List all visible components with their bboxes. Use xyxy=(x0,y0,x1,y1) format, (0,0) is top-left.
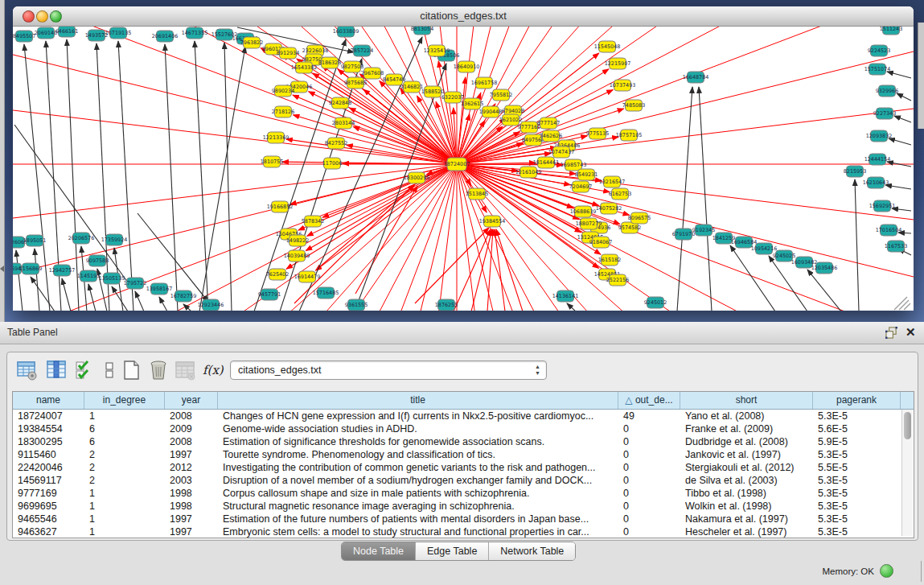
scrollbar-thumb[interactable] xyxy=(904,412,911,439)
table-cell[interactable]: 5.3E-5 xyxy=(813,513,901,525)
table-cell[interactable]: 1 xyxy=(84,410,165,422)
tab-edge-table[interactable]: Edge Table xyxy=(416,542,489,560)
table-cell[interactable]: Investigating the contribution of common… xyxy=(218,461,618,474)
table-row[interactable]: 1938455462009Genome-wide association stu… xyxy=(13,422,914,435)
table-cell[interactable]: Nakamura et al. (1997) xyxy=(680,513,813,525)
citation-edge-black[interactable] xyxy=(62,278,71,311)
new-table-icon[interactable] xyxy=(121,360,142,381)
table-cell[interactable]: 5.3E-5 xyxy=(813,448,901,461)
table-row[interactable]: 969969511998Structural magnetic resonanc… xyxy=(13,500,914,513)
citation-edge-red[interactable] xyxy=(457,164,827,311)
citation-edge-black[interactable] xyxy=(567,303,576,311)
table-cell[interactable]: 0 xyxy=(618,461,680,474)
table-cell[interactable]: Disruption of a novel member of a sodium… xyxy=(218,474,618,487)
table-cell[interactable]: 6 xyxy=(84,422,165,435)
table-row[interactable]: 1456911722003Disruption of a novel membe… xyxy=(13,474,914,487)
resize-grip[interactable] xyxy=(894,297,910,310)
table-cell[interactable]: 2008 xyxy=(165,410,218,422)
table-cell[interactable]: 2 xyxy=(84,474,165,487)
table-cell[interactable]: 14569117 xyxy=(13,474,84,487)
citation-edge-black[interactable] xyxy=(88,284,96,311)
table-cell[interactable]: 0 xyxy=(618,487,680,500)
table-cell[interactable]: 6 xyxy=(84,435,165,448)
citation-edge-red[interactable] xyxy=(457,164,914,290)
citation-edge-black[interactable] xyxy=(730,245,775,311)
citation-edge-black[interactable] xyxy=(159,297,167,311)
delete-table-icon[interactable] xyxy=(148,360,169,381)
table-cell[interactable]: 1 xyxy=(84,513,165,525)
table-cell[interactable]: 5.3E-5 xyxy=(813,500,901,513)
table-cell[interactable]: 1998 xyxy=(165,487,218,500)
citation-edge-red[interactable] xyxy=(331,164,457,311)
citation-edge-black[interactable] xyxy=(280,59,362,311)
citation-edge-black[interactable] xyxy=(254,39,346,311)
table-cell[interactable]: 1 xyxy=(84,487,165,500)
table-cell[interactable]: 49 xyxy=(618,410,680,422)
citation-edge-red[interactable] xyxy=(415,228,489,303)
table-cell[interactable]: 9699695 xyxy=(13,500,84,513)
network-graph[interactable]: 8495507206914064661611493572107191352069… xyxy=(13,27,914,311)
tab-node-table[interactable]: Node Table xyxy=(342,542,416,560)
table-cell[interactable]: 9777169 xyxy=(13,487,84,500)
table-cell[interactable]: 0 xyxy=(618,513,680,525)
tab-network-table[interactable]: Network Table xyxy=(489,542,575,560)
table-cell[interactable]: 0 xyxy=(618,525,680,538)
citation-edge-black[interactable] xyxy=(118,41,133,311)
table-cell[interactable]: Tourette syndrome. Phenomenology and cla… xyxy=(218,448,618,461)
table-cell[interactable]: 0 xyxy=(618,448,680,461)
citation-edge-black[interactable] xyxy=(135,291,144,311)
table-cell[interactable]: 1997 xyxy=(165,525,218,538)
column-header-in_degree[interactable]: in_degree xyxy=(84,392,165,409)
citation-edge-red[interactable] xyxy=(13,164,457,290)
citation-edge-black[interactable] xyxy=(855,179,859,311)
citation-edge-black[interactable] xyxy=(699,87,712,311)
table-cell[interactable]: Yano et al. (2008) xyxy=(680,410,813,422)
table-cell[interactable]: 1 xyxy=(84,500,165,513)
citation-edge-black[interactable] xyxy=(807,270,841,311)
row-height-icon[interactable] xyxy=(99,360,120,381)
collapse-arrow-icon[interactable] xyxy=(0,266,4,272)
citation-edge-red[interactable] xyxy=(457,38,914,164)
column-header-title[interactable]: title xyxy=(218,392,618,409)
table-cell[interactable]: de Silva et al. (2003) xyxy=(680,474,813,487)
table-selector-dropdown[interactable]: citations_edges.txt ▲▼ xyxy=(230,360,547,380)
citation-edge-red[interactable] xyxy=(307,164,457,236)
table-cell[interactable]: Franke et al. (2009) xyxy=(680,422,813,435)
citation-edge-red[interactable] xyxy=(457,164,583,311)
table-cell[interactable]: Corpus callosum shape and size in male p… xyxy=(218,487,618,500)
table-row[interactable]: 977716911998Corpus callosum shape and si… xyxy=(13,487,914,500)
network-window-titlebar[interactable]: citations_edges.txt xyxy=(13,6,914,27)
citation-edge-black[interactable] xyxy=(224,43,232,311)
table-cell[interactable]: 9115460 xyxy=(13,448,84,461)
table-cell[interactable]: 9465546 xyxy=(13,513,84,525)
table-cell[interactable]: Tibbo et al. (1998) xyxy=(680,487,813,500)
citation-edge-black[interactable] xyxy=(887,72,911,78)
column-header-name[interactable]: name xyxy=(13,392,84,409)
table-row[interactable]: 946362711997Embryonic stem cells: a mode… xyxy=(13,525,914,538)
table-cell[interactable]: 5.3E-5 xyxy=(813,487,901,500)
table-cell[interactable]: 2008 xyxy=(165,435,218,448)
table-cell[interactable]: 1998 xyxy=(165,500,218,513)
column-header-year[interactable]: year xyxy=(165,392,218,409)
table-cell[interactable]: 2012 xyxy=(165,461,218,474)
citation-edge-red[interactable] xyxy=(13,27,457,164)
citation-edge-red[interactable] xyxy=(315,164,457,270)
table-cell[interactable]: 0 xyxy=(618,474,680,487)
network-window[interactable]: citations_edges.txt 84955072069140646616… xyxy=(13,6,914,311)
citation-edge-red[interactable] xyxy=(290,164,457,204)
table-row[interactable]: 1830029562008Estimation of significance … xyxy=(13,435,914,448)
table-row[interactable]: 2242004622012Investigating the contribut… xyxy=(13,461,914,474)
table-cell[interactable]: 5.6E-5 xyxy=(813,422,901,435)
citation-edge-red[interactable] xyxy=(454,229,491,311)
column-header-pagerank[interactable]: pagerank xyxy=(813,392,901,409)
table-cell[interactable]: Estimation of the future numbers of pati… xyxy=(218,513,618,525)
table-cell[interactable]: Dudbridge et al. (2008) xyxy=(680,435,813,448)
table-cell[interactable]: 5.3E-5 xyxy=(813,410,901,422)
table-row[interactable]: 946554611997Estimation of the future num… xyxy=(13,513,914,525)
table-cell[interactable]: Hescheler et al. (1997) xyxy=(680,525,813,538)
table-cell[interactable]: Wolkin et al. (1998) xyxy=(680,500,813,513)
side-panel-edge[interactable] xyxy=(0,0,5,322)
table-cell[interactable]: 22420046 xyxy=(13,461,84,474)
citation-edge-black[interactable] xyxy=(165,44,178,311)
table-cell[interactable]: Structural magnetic resonance image aver… xyxy=(218,500,618,513)
